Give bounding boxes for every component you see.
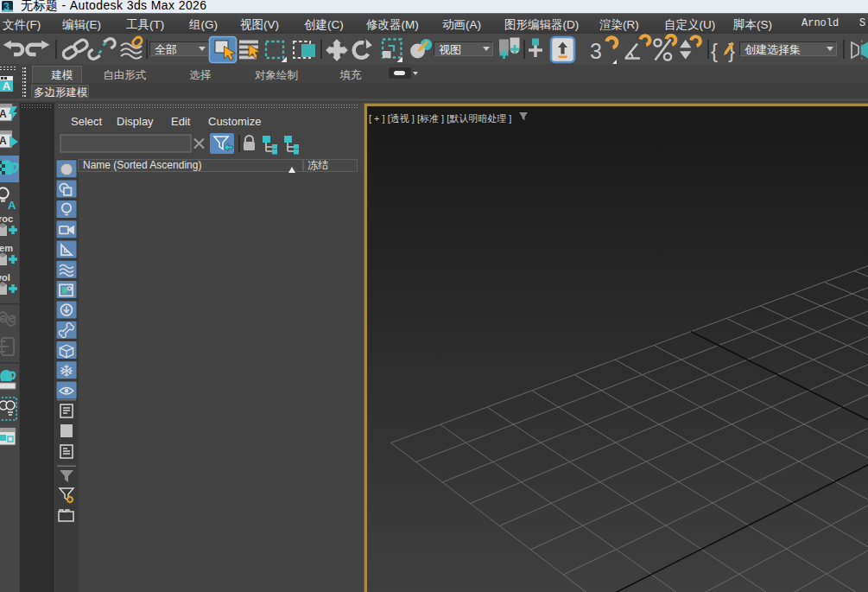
svg-text:vol: vol	[0, 272, 10, 283]
svg-text:3: 3	[590, 39, 602, 63]
svg-text:lem: lem	[0, 243, 13, 253]
svg-text:A: A	[8, 199, 16, 212]
svg-text:A: A	[0, 135, 7, 147]
svg-text:roc: roc	[0, 213, 13, 224]
svg-text:{: {	[711, 39, 718, 62]
svg-text:A: A	[0, 108, 7, 120]
